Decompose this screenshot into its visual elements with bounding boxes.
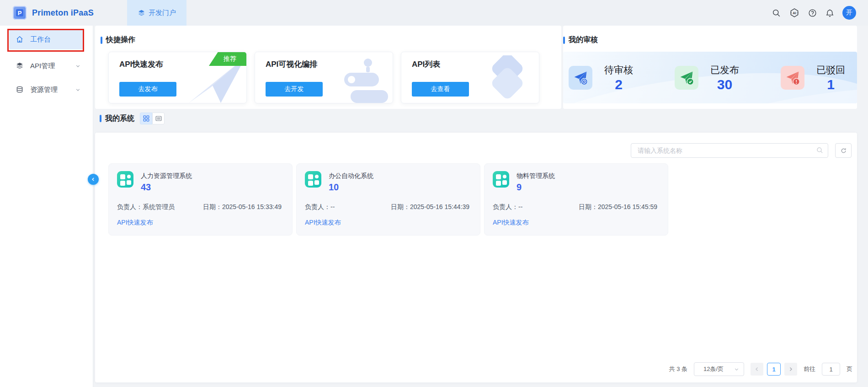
sidebar-collapse-button[interactable]: [88, 174, 99, 185]
database-icon: [16, 86, 24, 94]
section-title-my-systems: 我的系统: [100, 114, 134, 124]
review-stats-strip: 待审核 2 已发布 30: [563, 52, 857, 103]
main-content: 快捷操作 API快速发布 推荐 去发布 A: [93, 26, 868, 387]
title-accent-bar: [563, 37, 565, 44]
api-count: 43: [141, 182, 151, 193]
robot-decoration: [330, 55, 390, 103]
section-title-my-review: 我的审核: [563, 35, 598, 45]
date-label: 日期：: [579, 203, 598, 210]
card-api-visual-orchestration: API可视化编排 去开发: [255, 52, 393, 103]
chevron-left-icon: [91, 177, 96, 182]
stat-value: 1: [827, 78, 835, 91]
stat-published: 已发布 30: [675, 64, 739, 91]
my-review-panel: 我的审核 待审核 2: [563, 26, 857, 109]
my-systems-header: 我的系统: [100, 113, 165, 124]
owner-value: --: [518, 203, 522, 210]
layers-decoration: [480, 55, 535, 103]
system-meta: 负责人：-- 日期：2025-05-16 15:45:59: [493, 203, 661, 211]
search-icon[interactable]: [772, 8, 781, 18]
layers-icon: [138, 9, 145, 17]
refresh-button[interactable]: [835, 143, 852, 158]
app-logo: P Primeton iPaaS: [0, 6, 114, 20]
stat-label: 已发布: [710, 64, 739, 76]
page-root: P Primeton iPaaS 开发门户 AI 开 工作台: [0, 0, 868, 387]
tab-dev-portal[interactable]: 开发门户: [127, 0, 186, 26]
develop-button[interactable]: 去开发: [266, 82, 323, 97]
system-name: 物料管理系统: [517, 172, 555, 180]
sidebar-item-api-management[interactable]: API管理: [5, 56, 87, 76]
publish-button[interactable]: 去发布: [119, 82, 176, 97]
chevron-down-icon: [734, 366, 740, 372]
header-actions: AI 开: [772, 0, 868, 26]
chevron-left-icon: [754, 366, 760, 372]
search-icon[interactable]: [816, 146, 824, 154]
prev-page-button[interactable]: [751, 363, 763, 376]
system-search: [631, 143, 828, 158]
grid-view-icon[interactable]: [140, 113, 152, 124]
section-title-text: 我的系统: [105, 114, 134, 124]
date-value: 2025-05-16 15:33:49: [222, 203, 282, 210]
app-grid-icon: [305, 171, 321, 188]
total-count: 共 3 条: [669, 365, 687, 373]
system-card-materials[interactable]: 物料管理系统 9 负责人：-- 日期：2025-05-16 15:45:59 A…: [484, 163, 668, 236]
quick-publish-link[interactable]: API快速发布: [305, 219, 341, 227]
view-mode-toggle: [140, 113, 165, 124]
pagination: 共 3 条 12条/页 1 前往 页: [669, 362, 852, 376]
stat-pending-review: 待审核 2: [569, 64, 633, 91]
svg-text:AI: AI: [793, 11, 796, 15]
system-meta: 负责人：系统管理员 日期：2025-05-16 15:33:49: [117, 203, 286, 211]
system-search-input[interactable]: [631, 143, 828, 158]
page-size-select[interactable]: 12条/页: [694, 362, 744, 376]
sidebar-item-label: 工作台: [30, 35, 51, 44]
system-name: 人力资源管理系统: [141, 172, 192, 180]
card-api-list: API列表 去查看: [401, 52, 539, 103]
view-button[interactable]: 去查看: [412, 82, 469, 97]
sidebar-nav: 工作台 API管理 资源管理: [0, 26, 93, 387]
user-avatar[interactable]: 开: [842, 6, 856, 20]
systems-toolbar: [631, 143, 852, 158]
my-systems-panel: 人力资源管理系统 43 负责人：系统管理员 日期：2025-05-16 15:3…: [95, 133, 857, 382]
pending-paper-plane-icon: [569, 66, 592, 90]
system-card-oa[interactable]: 办公自动化系统 10 负责人：-- 日期：2025-05-16 15:44:39…: [296, 163, 480, 236]
ai-assistant-icon[interactable]: AI: [789, 7, 800, 18]
date-value: 2025-05-16 15:44:39: [410, 203, 469, 210]
stat-rejected: 已驳回 1: [781, 64, 845, 91]
stat-value: 2: [615, 78, 623, 91]
tab-label: 开发门户: [149, 9, 176, 17]
quick-action-cards: API快速发布 推荐 去发布 API可视化编排 去开发: [108, 52, 539, 103]
card-title: API可视化编排: [266, 59, 317, 70]
goto-page-input[interactable]: [822, 363, 840, 376]
sidebar-item-label: API管理: [30, 62, 55, 70]
pager-buttons: 1: [751, 363, 797, 376]
card-title: API列表: [412, 59, 440, 70]
rejected-paper-plane-icon: [781, 66, 804, 90]
layers-icon: [16, 62, 24, 70]
app-grid-icon: [117, 171, 133, 188]
owner-label: 负责人：: [493, 203, 518, 210]
stat-label: 已驳回: [816, 64, 845, 76]
sidebar-item-resource-management[interactable]: 资源管理: [5, 80, 87, 100]
chevron-right-icon: [788, 366, 793, 372]
quick-publish-link[interactable]: API快速发布: [493, 219, 529, 227]
section-title-text: 快捷操作: [106, 35, 135, 45]
next-page-button[interactable]: [784, 363, 797, 376]
owner-value: 系统管理员: [143, 203, 175, 210]
owner-value: --: [330, 203, 335, 210]
goto-label: 前往: [804, 365, 815, 373]
owner-label: 负责人：: [117, 203, 143, 210]
chevron-down-icon: [75, 63, 81, 69]
bell-icon[interactable]: [825, 8, 835, 18]
chevron-down-icon: [75, 87, 81, 93]
stat-label: 待审核: [604, 64, 633, 76]
help-icon[interactable]: [808, 8, 817, 18]
recommended-badge: 推荐: [209, 52, 246, 66]
quick-publish-link[interactable]: API快速发布: [117, 219, 153, 227]
top-header: P Primeton iPaaS 开发门户 AI 开: [0, 0, 868, 26]
sidebar-item-workbench[interactable]: 工作台: [9, 29, 84, 49]
api-count: 10: [329, 182, 339, 193]
current-page[interactable]: 1: [767, 363, 781, 376]
list-view-icon[interactable]: [152, 113, 165, 124]
page-unit-label: 页: [847, 365, 852, 373]
system-card-hr[interactable]: 人力资源管理系统 43 负责人：系统管理员 日期：2025-05-16 15:3…: [108, 163, 293, 236]
card-title: API快速发布: [119, 59, 163, 70]
